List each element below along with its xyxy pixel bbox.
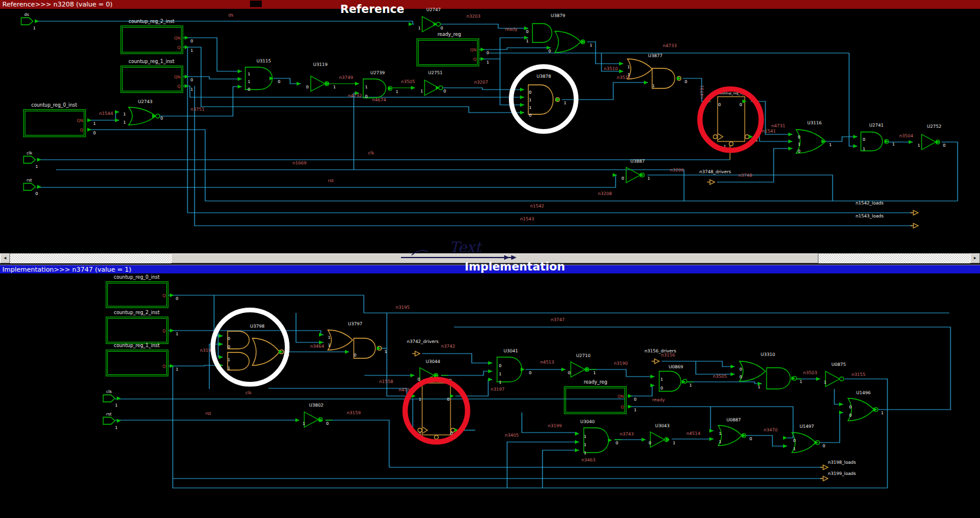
pin-value[interactable]: 1 [486, 60, 489, 65]
net-label[interactable]: n3199 [548, 423, 562, 428]
net-label[interactable]: n4674 [372, 97, 386, 103]
net-label[interactable]: ds [228, 12, 234, 18]
net-wire[interactable] [168, 295, 364, 313]
pin-value[interactable]: 1 [93, 121, 96, 126]
register-ready_reg[interactable] [564, 387, 626, 414]
net-label[interactable]: clk [245, 390, 252, 395]
pin-value[interactable]: 0 [248, 87, 250, 92]
pin-value[interactable]: 0 [499, 364, 501, 368]
pin-value[interactable]: 0 [443, 89, 446, 94]
pin-value[interactable]: 1 [123, 120, 126, 125]
net-wire[interactable] [441, 371, 492, 375]
register-label[interactable]: ready_reg [438, 32, 461, 37]
pin-value[interactable]: 0 [529, 90, 531, 95]
instance-label[interactable]: U3798 [250, 324, 265, 329]
net-label[interactable]: n3505 [401, 79, 415, 84]
gate-U2752[interactable] [922, 134, 936, 150]
pin-value[interactable]: 0 [739, 103, 742, 107]
instance-label[interactable]: U0887 [726, 417, 741, 423]
port-name[interactable]: ds [24, 12, 29, 17]
pin-value[interactable]: 1 [529, 105, 531, 110]
net-label[interactable]: n3155 [851, 372, 866, 377]
pin-value[interactable]: 0 [440, 26, 443, 31]
pin-value[interactable]: 0 [447, 397, 449, 402]
net-wire[interactable] [647, 175, 833, 201]
register-countup_reg_1_inst[interactable] [121, 66, 183, 93]
net-label[interactable]: n3464 [310, 344, 324, 349]
register-label[interactable]: countup_reg_0_inst [31, 103, 77, 108]
pin-value[interactable]: 1 [248, 72, 250, 77]
port-name[interactable]: rst [106, 412, 112, 417]
instance-label[interactable]: n1542_loads [856, 200, 884, 206]
instance-label[interactable]: U3119 [313, 62, 328, 67]
gate-U3310b[interactable] [767, 368, 790, 389]
port-name[interactable]: clk [27, 151, 33, 156]
register-ready_reg[interactable] [417, 39, 479, 66]
pin-value[interactable]: 1 [365, 85, 367, 90]
instance-label[interactable]: U1496 [856, 390, 871, 395]
pin-value[interactable]: 1 [333, 85, 336, 90]
gate-U3797a[interactable] [328, 330, 353, 350]
net-wire[interactable] [686, 382, 762, 384]
instance-label[interactable]: U0869 [669, 364, 683, 369]
gate-U3797b[interactable] [354, 338, 376, 358]
pin-value[interactable]: 0 [486, 51, 489, 55]
pin-value[interactable]: 1 [176, 332, 178, 336]
instance-label[interactable]: U3040 [580, 419, 595, 424]
pin-value[interactable]: 1 [419, 397, 421, 402]
net-wire[interactable] [168, 331, 324, 335]
pin-value[interactable]: 1 [328, 335, 330, 340]
net-label[interactable]: n3208 [598, 191, 612, 196]
net-wire[interactable] [354, 93, 359, 170]
net-label[interactable]: n3503 [803, 370, 817, 375]
pin-value[interactable]: 1 [564, 101, 566, 105]
port-value[interactable]: 0 [35, 192, 38, 196]
instance-label[interactable]: U3877 [648, 53, 663, 58]
net-label[interactable]: n4513 [540, 359, 554, 365]
pin-value[interactable]: 0 [526, 29, 528, 34]
port-name[interactable]: rst [27, 178, 32, 183]
pin-value[interactable]: 0 [739, 367, 742, 372]
instance-label[interactable]: U3878 [537, 74, 551, 79]
gate-U0887[interactable] [718, 425, 742, 446]
scrollbar-left-button[interactable]: ◂ [0, 253, 10, 263]
pin-value[interactable]: 0 [160, 116, 163, 121]
net-label[interactable]: n3751 [190, 107, 205, 112]
net-label[interactable]: n1669 [292, 160, 307, 166]
net-label[interactable]: rst [205, 411, 211, 416]
pin-value[interactable]: 0 [798, 135, 800, 140]
net-label[interactable]: n1544 [99, 111, 113, 116]
instance-label[interactable]: U3041 [504, 348, 518, 354]
pin-value[interactable]: 0 [634, 397, 636, 402]
pin-value[interactable]: 1 [584, 443, 586, 447]
net-wire[interactable] [37, 175, 617, 187]
pin-value[interactable]: 1 [660, 377, 663, 382]
pin-value[interactable]: 0 [365, 94, 367, 99]
net-label[interactable]: n3504 [899, 133, 913, 138]
net-label[interactable]: n3747 [551, 317, 565, 322]
gate-U3115[interactable] [245, 67, 272, 90]
instance-label[interactable]: U2741 [869, 123, 884, 128]
net-wire[interactable] [542, 450, 579, 488]
pin-value[interactable]: 1 [590, 43, 592, 48]
gate-U3116[interactable] [796, 130, 826, 153]
net-label[interactable]: n3156 [661, 352, 675, 358]
pin-value[interactable]: 1 [758, 385, 760, 390]
net-label[interactable]: n4731 [699, 85, 705, 99]
net-label[interactable]: n3203 [466, 14, 481, 19]
pin-value[interactable]: 1 [689, 383, 692, 388]
instance-label[interactable]: U3887 [630, 159, 645, 164]
net-label[interactable]: n3159 [347, 410, 361, 415]
pin-value[interactable]: 0 [354, 353, 356, 358]
net-wire[interactable] [87, 130, 958, 201]
instance-label[interactable]: U3116 [807, 120, 822, 126]
port-value[interactable]: 1 [115, 403, 117, 408]
pin-value[interactable]: 0 [228, 336, 230, 341]
port-clk[interactable] [103, 395, 115, 402]
gate-U3040[interactable] [584, 428, 609, 453]
gate-U3877a[interactable] [627, 59, 652, 79]
pin-value[interactable]: 0 [326, 421, 328, 426]
gate-U3877b[interactable] [652, 68, 675, 88]
instance-label[interactable]: U2751 [428, 70, 443, 75]
pin-value[interactable]: 1 [793, 447, 795, 451]
